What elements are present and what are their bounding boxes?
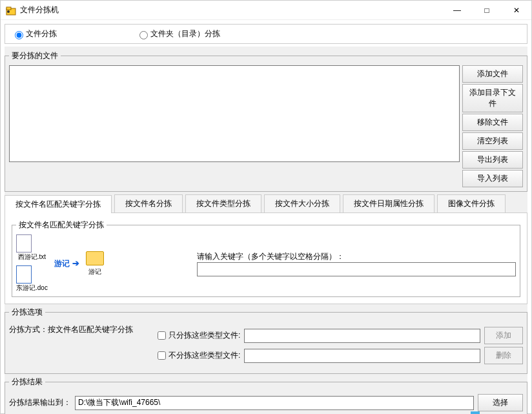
app-icon (6, 5, 16, 16)
exclude-types-check[interactable]: 不分拣这些类型文件: (155, 349, 240, 362)
exclude-types-input[interactable] (244, 349, 480, 363)
mode-file-sort[interactable]: 文件分拣 (12, 29, 57, 38)
file-doc-icon (16, 265, 32, 284)
tab-filetype[interactable]: 按文件类型分拣 (185, 194, 261, 212)
only-types-check[interactable]: 只分拣这些类型文件: (155, 329, 240, 342)
minimize-button[interactable]: — (442, 1, 472, 20)
mode-folder-radio[interactable] (139, 31, 148, 39)
options-legend: 分拣选项 (9, 307, 45, 318)
tab-inner-legend: 按文件名匹配关键字分拣 (16, 220, 107, 231)
export-list-button[interactable]: 导出列表 (462, 151, 523, 169)
folder-icon (86, 251, 104, 265)
sort-method-label: 分拣方式：按文件名匹配关键字分拣 (9, 324, 151, 335)
mode-folder-sort[interactable]: 文件夹（目录）分拣 (136, 29, 220, 38)
tabs: 按文件名匹配关键字分拣 按文件名分拣 按文件类型分拣 按文件大小分拣 按文件日期… (5, 194, 527, 213)
tab-filesize[interactable]: 按文件大小分拣 (264, 194, 340, 212)
file-listbox[interactable] (9, 65, 460, 162)
tab-content: 按文件名匹配关键字分拣 西游记.txt (5, 213, 527, 304)
titlebar: 文件分拣机 — □ ✕ (1, 1, 531, 20)
mode-row: 文件分拣 文件夹（目录）分拣 (5, 24, 527, 44)
svg-point-2 (7, 10, 10, 13)
maximize-button[interactable]: □ (472, 1, 502, 20)
tab-image[interactable]: 图像文件分拣 (437, 194, 506, 212)
keyword-input[interactable] (197, 262, 516, 276)
close-button[interactable]: ✕ (502, 1, 531, 20)
select-path-button[interactable]: 选择 (478, 394, 523, 411)
tab-filename[interactable]: 按文件名分拣 (114, 194, 183, 212)
clear-list-button[interactable]: 清空列表 (462, 132, 523, 150)
keyword-diagram: 西游记.txt 东游记.doc 游记 ➔ (16, 234, 197, 293)
file-txt-icon (16, 234, 32, 253)
tab-keyword[interactable]: 按文件名匹配关键字分拣 (5, 195, 112, 213)
window-title: 文件分拣机 (20, 5, 442, 16)
svg-rect-1 (6, 7, 11, 10)
del-type-button[interactable]: 删除 (484, 347, 523, 364)
mode-file-radio[interactable] (15, 31, 23, 39)
add-dir-button[interactable]: 添加目录下文件 (462, 84, 523, 112)
keyword-prompt: 请输入关键字（多个关键字以空格分隔）： (197, 251, 516, 262)
add-file-button[interactable]: 添加文件 (462, 65, 523, 83)
tab-filedate[interactable]: 按文件日期属性分拣 (343, 194, 435, 212)
add-type-button[interactable]: 添加 (484, 327, 523, 344)
output-path-input[interactable] (75, 396, 474, 410)
result-legend: 分拣结果 (9, 377, 45, 388)
arrow-icon: 游记 ➔ (54, 258, 79, 269)
only-types-input[interactable] (244, 329, 480, 343)
import-list-button[interactable]: 导入列表 (462, 170, 523, 187)
output-label: 分拣结果输出到： (9, 397, 71, 408)
files-legend: 要分拣的文件 (9, 50, 61, 61)
remove-file-button[interactable]: 移除文件 (462, 114, 523, 131)
